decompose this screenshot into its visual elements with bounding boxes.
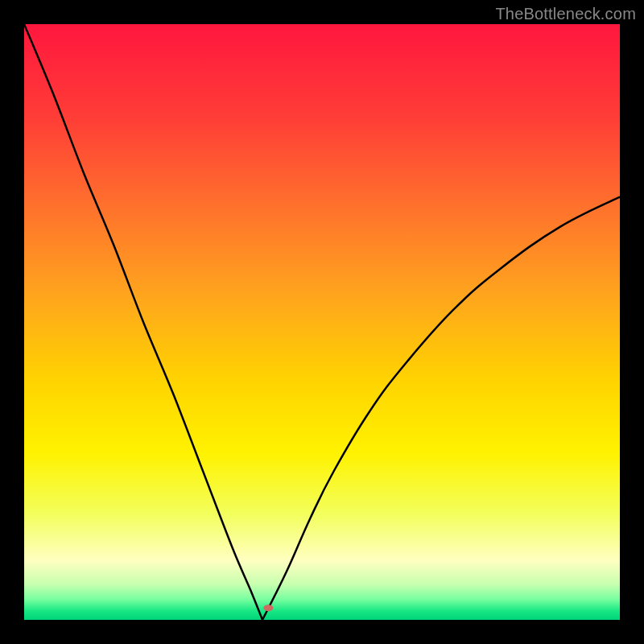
- watermark-text: TheBottleneck.com: [495, 5, 636, 23]
- bottleneck-chart: [24, 24, 620, 620]
- chart-frame: TheBottleneck.com: [0, 0, 644, 644]
- gradient-background: [24, 24, 620, 620]
- plot-area: [24, 24, 620, 620]
- optimal-point-marker: [263, 605, 273, 611]
